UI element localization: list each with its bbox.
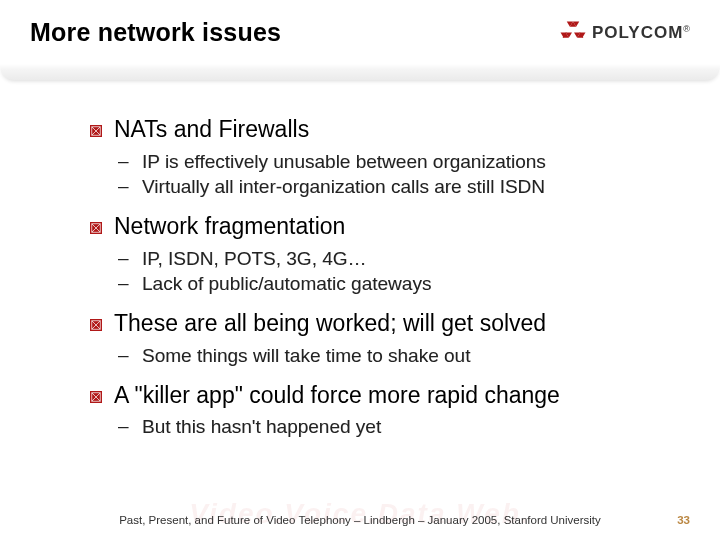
sub-bullet: –Virtually all inter-organization calls … bbox=[118, 175, 674, 199]
header: More network issues bbox=[0, 0, 720, 80]
brand-logo: POLYCOM® bbox=[560, 20, 690, 46]
bullet-marker-icon bbox=[90, 222, 102, 234]
bullet-3: These are all being worked; will get sol… bbox=[90, 310, 674, 338]
bullet-4-text: A "killer app" could force more rapid ch… bbox=[114, 382, 560, 410]
page-number: 33 bbox=[650, 514, 690, 526]
bullet-3-sublist: –Some things will take time to shake out bbox=[118, 344, 674, 368]
bullet-2-sublist: –IP, ISDN, POTS, 3G, 4G… –Lack of public… bbox=[118, 247, 674, 297]
sub-bullet: –IP, ISDN, POTS, 3G, 4G… bbox=[118, 247, 674, 271]
content: NATs and Firewalls –IP is effectively un… bbox=[0, 80, 720, 439]
header-divider bbox=[0, 64, 720, 80]
bullet-2-text: Network fragmentation bbox=[114, 213, 345, 241]
brand-registered: ® bbox=[683, 24, 690, 34]
bullet-marker-icon bbox=[90, 391, 102, 403]
slide: More network issues bbox=[0, 0, 720, 540]
slide-title: More network issues bbox=[30, 18, 281, 47]
sub-bullet: –Some things will take time to shake out bbox=[118, 344, 674, 368]
dash-icon: – bbox=[118, 175, 132, 197]
dash-icon: – bbox=[118, 344, 132, 366]
polycom-triad-icon bbox=[560, 20, 586, 46]
bullet-1: NATs and Firewalls bbox=[90, 116, 674, 144]
bullet-1-text: NATs and Firewalls bbox=[114, 116, 309, 144]
bullet-3-text: These are all being worked; will get sol… bbox=[114, 310, 546, 338]
bullet-2: Network fragmentation bbox=[90, 213, 674, 241]
bullet-4: A "killer app" could force more rapid ch… bbox=[90, 382, 674, 410]
bullet-marker-icon bbox=[90, 125, 102, 137]
dash-icon: – bbox=[118, 247, 132, 269]
dash-icon: – bbox=[118, 150, 132, 172]
sub-bullet: –But this hasn't happened yet bbox=[118, 415, 674, 439]
dash-icon: – bbox=[118, 272, 132, 294]
brand-name: POLYCOM® bbox=[592, 23, 690, 43]
footer-text: Past, Present, and Future of Video Telep… bbox=[70, 514, 650, 526]
sub-bullet: –Lack of public/automatic gateways bbox=[118, 272, 674, 296]
bullet-1-sublist: –IP is effectively unusable between orga… bbox=[118, 150, 674, 200]
dash-icon: – bbox=[118, 415, 132, 437]
sub-bullet: –IP is effectively unusable between orga… bbox=[118, 150, 674, 174]
brand-text: POLYCOM bbox=[592, 23, 683, 42]
bullet-marker-icon bbox=[90, 319, 102, 331]
footer: Past, Present, and Future of Video Telep… bbox=[0, 514, 720, 526]
bullet-4-sublist: –But this hasn't happened yet bbox=[118, 415, 674, 439]
